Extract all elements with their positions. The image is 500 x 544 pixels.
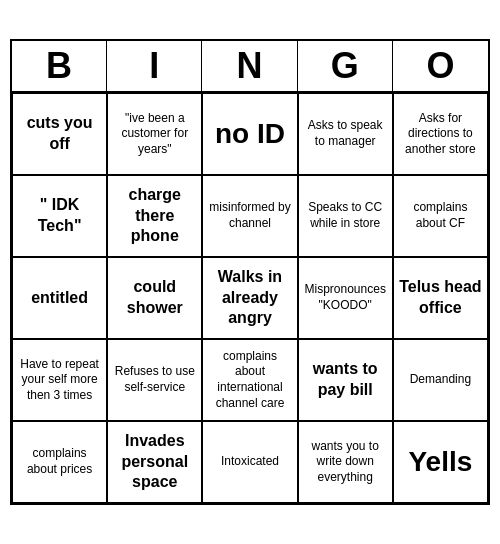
bingo-cell-8: Speaks to CC while in store	[298, 175, 393, 257]
bingo-cell-20: complains about prices	[12, 421, 107, 503]
bingo-cell-23: wants you to write down everything	[298, 421, 393, 503]
bingo-cell-22: Intoxicated	[202, 421, 297, 503]
bingo-grid: cuts you off"ive been a customer for yea…	[12, 93, 488, 503]
bingo-cell-12: Walks in already angry	[202, 257, 297, 339]
bingo-cell-17: complains about international channel ca…	[202, 339, 297, 421]
bingo-cell-6: charge there phone	[107, 175, 202, 257]
bingo-letter-i: I	[107, 41, 202, 91]
bingo-cell-11: could shower	[107, 257, 202, 339]
bingo-cell-14: Telus head office	[393, 257, 488, 339]
bingo-letter-b: B	[12, 41, 107, 91]
bingo-cell-9: complains about CF	[393, 175, 488, 257]
bingo-cell-1: "ive been a customer for years"	[107, 93, 202, 175]
bingo-cell-16: Refuses to use self-service	[107, 339, 202, 421]
bingo-cell-15: Have to repeat your self more then 3 tim…	[12, 339, 107, 421]
bingo-cell-19: Demanding	[393, 339, 488, 421]
bingo-cell-10: entitled	[12, 257, 107, 339]
bingo-cell-18: wants to pay bill	[298, 339, 393, 421]
bingo-cell-5: " IDK Tech"	[12, 175, 107, 257]
bingo-card: BINGO cuts you off"ive been a customer f…	[10, 39, 490, 505]
bingo-cell-7: misinformed by channel	[202, 175, 297, 257]
bingo-letter-n: N	[202, 41, 297, 91]
bingo-header: BINGO	[12, 41, 488, 93]
bingo-cell-24: Yells	[393, 421, 488, 503]
bingo-cell-0: cuts you off	[12, 93, 107, 175]
bingo-cell-4: Asks for directions to another store	[393, 93, 488, 175]
bingo-letter-o: O	[393, 41, 488, 91]
bingo-cell-2: no ID	[202, 93, 297, 175]
bingo-cell-21: Invades personal space	[107, 421, 202, 503]
bingo-cell-3: Asks to speak to manager	[298, 93, 393, 175]
bingo-cell-13: Mispronounces "KOODO"	[298, 257, 393, 339]
bingo-letter-g: G	[298, 41, 393, 91]
